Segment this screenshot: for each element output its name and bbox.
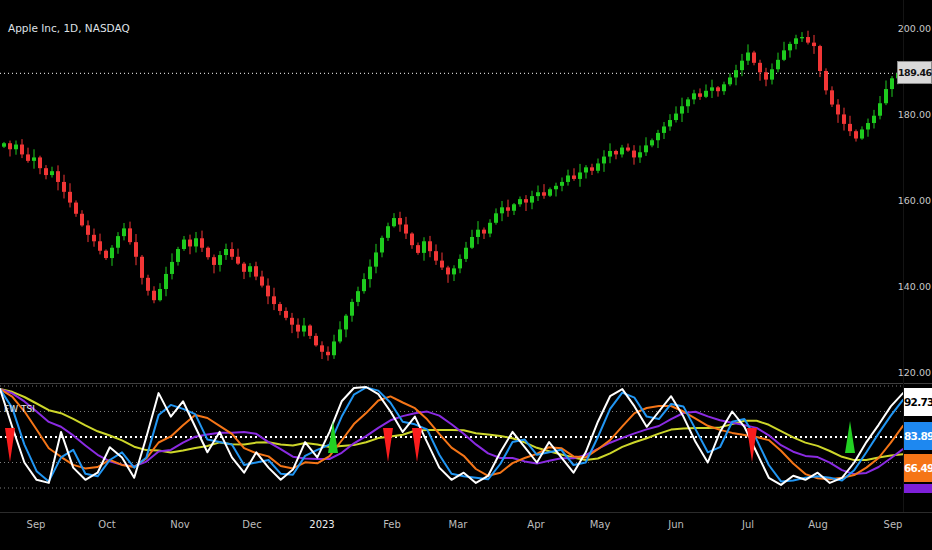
candle-body [212,257,216,265]
candle-body [362,279,366,291]
candle-body [110,248,114,258]
candle-body [830,90,834,104]
candle-body [266,286,270,297]
candle-body [656,133,660,140]
candle-body [68,192,72,203]
candle-body [728,77,732,84]
candle-body [548,189,552,195]
candlestick-chart[interactable] [0,0,903,384]
candle-body [92,235,96,241]
candle-body [764,72,768,79]
candle-body [686,99,690,106]
candle-body [230,249,234,257]
time-axis-label: Sep [884,519,903,530]
price-axis[interactable]: 189.46 92.73 83.89 66.49 200.00180.00160… [903,0,932,512]
candle-body [890,78,894,89]
candle-body [884,89,888,103]
candle-body [482,230,486,234]
candle-body [326,352,330,355]
candle-body [500,207,504,213]
candle-body [746,53,750,61]
candle-body [680,106,684,113]
oscillator-value-badge-signal: 83.89 [904,422,932,450]
time-axis-label: Mar [449,519,468,530]
candle-body [788,44,792,50]
candle-body [698,93,702,96]
candle-body [464,248,468,259]
candle-body [2,143,6,146]
candle-body [434,251,438,260]
candle-body [20,145,24,155]
candle-body [272,296,276,304]
candle-body [368,267,372,279]
sell-arrow-icon [747,428,757,462]
candle-body [716,87,720,91]
candle-body [518,199,522,204]
candle-body [878,103,882,115]
candle-body [824,71,828,90]
candle-body [734,70,738,77]
candle-body [692,93,696,99]
candle-body [158,289,162,300]
candle-body [674,114,678,120]
price-tick-label: 180.00 [898,109,931,120]
candle-body [314,336,318,345]
candle-body [626,148,630,151]
candle-body [302,326,306,332]
candle-body [74,203,78,214]
candle-body [236,257,240,264]
candle-body [374,252,378,266]
candle-body [176,249,180,262]
candle-body [590,167,594,170]
time-axis[interactable]: SepOctNovDec2023FebMarAprMayJunJulAugSep [0,512,932,550]
candle-body [356,291,360,302]
candle-body [200,238,204,247]
candle-body [812,43,816,46]
candle-body [512,204,516,210]
candle-body [446,268,450,275]
current-price-badge: 189.46 [897,61,932,84]
time-axis-label: Apr [527,519,544,530]
candle-body [380,238,384,253]
candle-body [608,151,612,157]
candle-body [524,199,528,202]
candle-body [410,234,414,246]
candle-body [224,249,228,255]
candle-body [26,154,30,160]
indicator-label[interactable]: FW TSI [4,404,35,414]
candle-body [164,274,168,289]
oscillator-value-badge-slow [904,484,932,493]
candle-body [554,186,558,189]
time-axis-label: Oct [98,519,115,530]
candle-body [542,192,546,195]
candle-body [32,157,36,160]
oscillator-chart[interactable] [0,384,903,512]
indicator-pane[interactable]: FW TSI [0,384,903,512]
price-tick-label: 120.00 [898,367,931,378]
candle-body [428,241,432,251]
price-tick-label: 160.00 [898,195,931,206]
candle-body [566,175,570,181]
time-axis-label: Jun [668,519,684,530]
candle-body [296,325,300,332]
time-axis-label: Jul [742,519,754,530]
candle-body [476,230,480,237]
symbol-title[interactable]: Apple Inc, 1D, NASDAQ [8,22,130,34]
candle-body [8,143,12,149]
candle-body [332,341,336,355]
candle-body [206,248,210,257]
candle-body [308,326,312,336]
oscillator-line-fast [0,387,903,485]
chart-window: Apple Inc, 1D, NASDAQ FW TSI 189.46 92.7… [0,0,932,550]
candle-body [602,157,606,164]
candle-body [194,238,198,246]
candle-body [218,255,222,265]
candle-body [644,145,648,152]
candle-body [854,131,858,138]
candle-body [458,259,462,268]
candle-body [170,262,174,274]
main-price-pane[interactable]: Apple Inc, 1D, NASDAQ [0,0,903,384]
candle-body [776,60,780,69]
candle-body [284,311,288,318]
candle-body [80,214,84,226]
